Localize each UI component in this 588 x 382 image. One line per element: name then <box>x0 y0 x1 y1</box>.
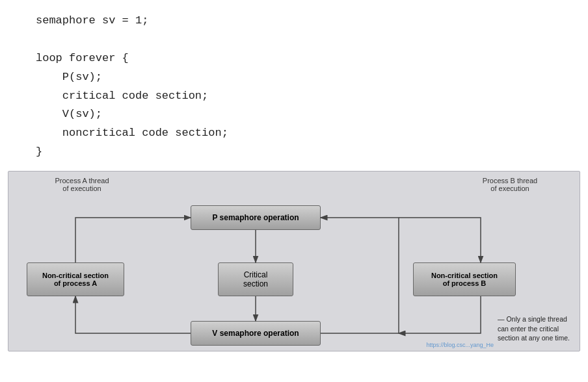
label-process-b: Process B threadof execution <box>474 177 546 192</box>
box-noncritical-a: Non-critical sectionof process A <box>27 262 124 296</box>
code-line-4: P(sv); <box>36 68 555 87</box>
watermark: https://blog.csc...yang_He <box>426 342 494 348</box>
box-critical-section: Criticalsection <box>218 262 293 296</box>
code-line-5: critical code section; <box>36 87 555 106</box>
label-process-a: Process A threadof execution <box>46 177 118 192</box>
code-line-8: } <box>36 143 555 162</box>
code-line-3: loop forever { <box>36 49 555 68</box>
box-v-semaphore: V semaphore operation <box>191 321 321 346</box>
box-p-semaphore: P semaphore operation <box>191 205 321 230</box>
code-line-1: semaphore sv = 1; <box>36 12 555 31</box>
diagram-container: Process A threadof execution Process B t… <box>8 171 580 351</box>
code-block: semaphore sv = 1; loop forever { P(sv); … <box>0 0 588 168</box>
code-line-2 <box>36 31 555 49</box>
note-text: — Only a single thread can enter the cri… <box>498 314 576 343</box>
code-line-7: noncritical code section; <box>36 124 555 143</box>
code-line-6: V(sv); <box>36 105 555 124</box>
box-noncritical-b: Non-critical sectionof process B <box>413 262 516 296</box>
